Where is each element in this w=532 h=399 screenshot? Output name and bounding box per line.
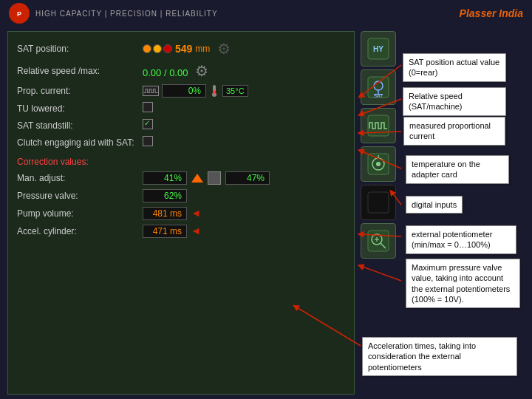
label-correction: Correction values: [14, 151, 348, 169]
svg-text:P: P [17, 10, 21, 18]
row-pump-volume: Pump volume: 481 ms ◄ [14, 205, 348, 222]
main-content: SAT position: 549 mm ⚙ [0, 27, 532, 399]
speed-icon: ⚙ [195, 63, 208, 79]
prop-current-value: 0% [162, 84, 206, 98]
svg-text:HY: HY [373, 45, 383, 53]
checkbox-clutch[interactable] [143, 136, 153, 146]
row-prop-current: Prop. current: 0% [14, 82, 348, 100]
traffic-light [143, 44, 172, 53]
value-sat-position: 549 mm ⚙ [140, 38, 348, 60]
row-man-adjust: Man. adjust: 41% 47% [14, 169, 348, 187]
adjust-box [208, 171, 221, 185]
data-panel: SAT position: 549 mm ⚙ [7, 31, 355, 395]
row-sat-standstill: SAT standstill: [14, 117, 348, 134]
pump-volume-value: 481 ms [143, 207, 187, 220]
btn-digital[interactable] [361, 108, 396, 143]
triangle-up-icon [191, 174, 203, 183]
value-sat-standstill [140, 117, 348, 134]
sat-value: 549 [175, 43, 192, 55]
label-sat-position: SAT position: [14, 38, 140, 60]
svg-text:SAT: SAT [373, 93, 383, 98]
value-pressure-valve: 62% [140, 187, 348, 205]
tl-dot-2 [153, 44, 162, 53]
arrow-pump-icon: ◄ [191, 207, 201, 219]
header: P HIGH CAPACITY | PRECISION | RELIABILIT… [0, 0, 532, 27]
value-man-adjust: 41% 47% [140, 169, 348, 187]
row-pressure-valve: Pressure valve: 62% [14, 187, 348, 205]
button-panel: HY SAT [361, 31, 399, 395]
label-man-adjust: Man. adjust: [14, 169, 140, 187]
pressure-valve-value: 62% [143, 189, 187, 202]
tl-dot-1 [143, 44, 151, 53]
waveform-icon [143, 86, 159, 96]
checkbox-tu-lowered[interactable] [143, 102, 153, 112]
svg-point-15 [376, 162, 381, 166]
gear-icon: ⚙ [217, 40, 231, 58]
value-tu-lowered [140, 100, 348, 117]
label-prop-current: Prop. current: [14, 82, 140, 100]
value-relative-speed: 0.00 / 0.00 ⚙ [140, 60, 348, 82]
tl-dot-3 [163, 44, 172, 53]
label-pump-volume: Pump volume: [14, 205, 140, 222]
row-accel-cylinder: Accel. cylinder: 471 ms ◄ [14, 222, 348, 240]
btn-zoom[interactable] [361, 223, 396, 259]
brand-name: Plasser India [460, 7, 523, 19]
sat-unit: mm [195, 44, 210, 54]
header-left: P HIGH CAPACITY | PRECISION | RELIABILIT… [9, 3, 218, 24]
value-pump-volume: 481 ms ◄ [140, 205, 348, 222]
label-clutch: Clutch engaging aid with SAT: [14, 134, 140, 151]
row-clutch: Clutch engaging aid with SAT: [14, 134, 348, 151]
value-accel-cylinder: 471 ms ◄ [140, 222, 348, 240]
man-adjust-value2: 47% [225, 171, 270, 185]
label-pressure-valve: Pressure valve: [14, 187, 140, 205]
arrow-accel-icon: ◄ [191, 225, 201, 236]
label-sat-standstill: SAT standstill: [14, 117, 140, 134]
btn-potentiometer[interactable] [361, 146, 396, 182]
svg-rect-17 [368, 192, 389, 213]
temp-value: 35°C [222, 85, 248, 97]
logo-icon: P [9, 3, 30, 24]
value-clutch [140, 134, 348, 151]
row-sat-position: SAT position: 549 mm ⚙ [14, 38, 348, 60]
row-correction-header: Correction values: [14, 151, 348, 169]
row-tu-lowered: TU lowered: [14, 100, 348, 117]
btn-sat[interactable]: SAT [361, 69, 396, 105]
data-table: SAT position: 549 mm ⚙ [14, 38, 348, 240]
speed-value: 0.00 / 0.00 [143, 67, 188, 78]
row-relative-speed: Relative speed /max: 0.00 / 0.00 ⚙ [14, 60, 348, 82]
btn-hy[interactable]: HY [361, 31, 396, 66]
accel-cylinder-value: 471 ms [143, 225, 187, 238]
header-tagline: HIGH CAPACITY | PRECISION | RELIABILITY [35, 10, 218, 18]
label-accel-cylinder: Accel. cylinder: [14, 222, 140, 240]
thermometer-icon [209, 85, 219, 97]
man-adjust-value1: 41% [143, 171, 187, 185]
value-prop-current: 0% 35°C [140, 82, 348, 100]
label-relative-speed: Relative speed /max: [14, 60, 140, 82]
btn-dark[interactable] [361, 185, 396, 220]
checkbox-sat-standstill[interactable] [143, 119, 153, 129]
label-tu-lowered: TU lowered: [14, 100, 140, 117]
svg-rect-4 [214, 90, 215, 95]
